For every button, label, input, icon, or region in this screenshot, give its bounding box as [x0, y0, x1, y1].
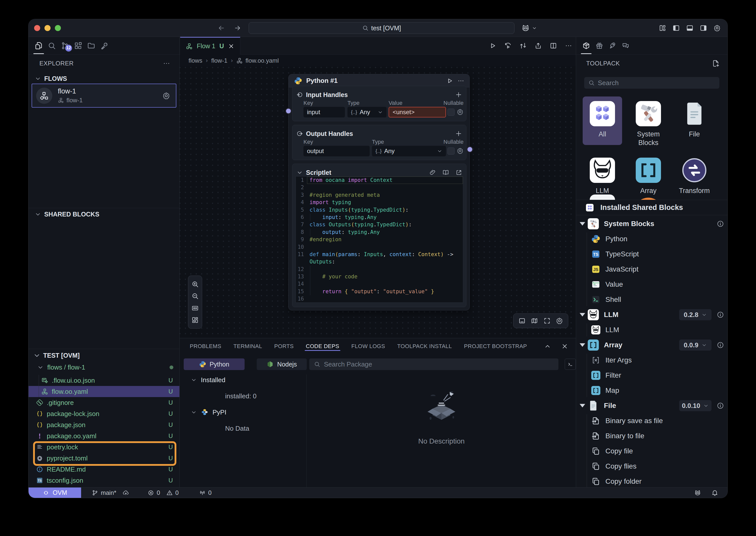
tree-file-row[interactable]: package.oo.yamlU — [28, 430, 179, 442]
add-input-button[interactable] — [455, 91, 462, 98]
panel-tab-problems[interactable]: PROBLEMS — [190, 338, 221, 354]
notifications-button[interactable] — [711, 489, 718, 496]
node-more-button[interactable] — [457, 77, 464, 84]
input-type-select[interactable]: {..} Any — [347, 107, 387, 117]
zoom-out-button[interactable] — [191, 292, 199, 300]
fit-width-button[interactable] — [191, 304, 199, 312]
panel-tab-code-deps[interactable]: CODE DEPS — [306, 338, 339, 354]
tree-folder-row[interactable]: flows / flow-1 — [28, 362, 179, 373]
activity-blocks[interactable] — [72, 37, 85, 54]
open-external-button[interactable] — [456, 169, 462, 176]
activity-files[interactable] — [32, 37, 45, 54]
tree-file-row[interactable]: .flow.ui.oo.jsonU — [28, 375, 179, 386]
version-select[interactable]: 0.2.8 — [679, 309, 711, 320]
shared-block-filter[interactable]: Filter — [576, 368, 728, 383]
rerun-button[interactable] — [504, 42, 512, 50]
close-button[interactable] — [561, 343, 568, 350]
panel-tab-ports[interactable]: PORTS — [274, 338, 293, 354]
tree-file-row[interactable]: package-lock.jsonU — [28, 408, 179, 419]
node-output-handle[interactable] — [467, 146, 473, 152]
map-button[interactable] — [531, 317, 538, 324]
open-terminal-button[interactable] — [565, 359, 576, 370]
cat-icon[interactable] — [694, 489, 701, 496]
shared-block-iter-args[interactable]: Iter Args — [576, 352, 728, 368]
block-tile-all[interactable]: All — [583, 96, 622, 145]
account-menu[interactable] — [521, 19, 537, 37]
panel-bottom-line-button[interactable] — [518, 317, 526, 324]
version-select[interactable]: 0.0.10 — [679, 400, 711, 411]
activity-key[interactable] — [98, 37, 111, 54]
layout-dashboard-button[interactable] — [191, 316, 199, 324]
layout-grid-button[interactable] — [659, 24, 666, 32]
block-tile-transform[interactable]: Transform — [675, 153, 714, 200]
add-output-button[interactable] — [455, 130, 462, 137]
split-button[interactable] — [550, 42, 557, 50]
group-info-button[interactable] — [717, 402, 724, 410]
command-center[interactable]: test [OVM] — [249, 22, 514, 34]
tree-file-row[interactable]: poetry.lockU — [28, 442, 179, 452]
back-button[interactable] — [218, 24, 225, 32]
shared-block-binary-to-file[interactable]: Binary to file — [576, 428, 728, 444]
flow-list-item[interactable]: flow-1 flow-1 — [32, 84, 176, 108]
activity-flow-graph[interactable]: 12 — [58, 37, 72, 54]
block-tile-file[interactable]: File — [675, 96, 714, 145]
tree-file-row[interactable]: pyproject.tomlU — [28, 452, 179, 464]
book-button[interactable] — [442, 169, 449, 176]
input-nullable-checkbox[interactable] — [447, 109, 455, 116]
tab-flow-1[interactable]: Flow 1 U — [180, 37, 240, 54]
panel-bottom-button[interactable] — [686, 24, 694, 32]
shared-block-binary-save-as-file[interactable]: Binary save as file — [576, 413, 728, 428]
branch-indicator[interactable]: main* — [92, 489, 116, 496]
shared-block-copy-file[interactable]: Copy file — [576, 444, 728, 459]
shared-block-shell[interactable]: Shell — [576, 292, 728, 307]
flow-canvas[interactable]: Python #1 Input Handles Key Type — [180, 66, 576, 338]
flows-section-header[interactable]: FLOWS — [35, 72, 67, 85]
tab-close-button[interactable] — [228, 43, 234, 50]
node-header[interactable]: Python #1 — [289, 74, 469, 87]
new-toolpack-button[interactable] — [712, 59, 720, 67]
shared-block-value[interactable]: Value — [576, 277, 728, 292]
block-tile-partial[interactable] — [583, 190, 622, 200]
panel-tab-project-bootstrap[interactable]: PROJECT BOOTSTRAP — [464, 338, 527, 354]
forward-button[interactable] — [234, 24, 241, 32]
toolpack-search-input[interactable]: Search — [584, 77, 719, 89]
fullscreen-button[interactable] — [543, 317, 551, 324]
problems-indicator[interactable]: 0 0 — [148, 489, 179, 496]
toolpack-tab-gift[interactable] — [593, 37, 606, 54]
activity-search[interactable] — [45, 37, 58, 54]
installed-section-header[interactable]: Installed — [180, 374, 306, 385]
project-section-header[interactable]: TEST [OVM] — [28, 349, 179, 362]
tree-file-row[interactable]: flow.oo.yamlU — [28, 386, 179, 397]
sync-button[interactable] — [122, 489, 129, 496]
remote-indicator[interactable]: OVM — [28, 487, 81, 498]
toolpack-tab-rocket[interactable] — [606, 37, 619, 54]
minimize-window-button[interactable] — [45, 25, 51, 31]
output-settings-button[interactable] — [457, 147, 464, 154]
explorer-more-button[interactable] — [163, 60, 170, 67]
version-select[interactable]: 0.0.9 — [679, 340, 711, 351]
panel-tab-toolpack-install[interactable]: TOOLPACK INSTALL — [397, 338, 452, 354]
shared-group-file[interactable]: File0.0.10 — [576, 398, 728, 413]
shared-group-system-blocks[interactable]: System Blocks — [576, 216, 728, 231]
panel-tab-terminal[interactable]: TERMINAL — [233, 338, 262, 354]
shared-group-array[interactable]: Array0.0.9 — [576, 337, 728, 352]
panel-tab-flow-logs[interactable]: FLOW LOGS — [352, 338, 385, 354]
tree-file-row[interactable]: TStsconfig.jsonU — [28, 475, 179, 486]
output-type-select[interactable]: {..} Any — [372, 146, 446, 156]
panel-left-button[interactable] — [672, 24, 680, 32]
pypi-section-header[interactable]: PyPI — [180, 407, 306, 418]
input-value-field[interactable]: <unset> — [389, 107, 446, 117]
group-info-button[interactable] — [717, 220, 724, 228]
more-button[interactable] — [565, 42, 572, 50]
input-key-field[interactable]: input — [303, 107, 345, 117]
shared-block-python[interactable]: Python — [576, 231, 728, 247]
runtime-nodejs-button[interactable]: Nodejs — [257, 358, 307, 370]
shared-group-llm[interactable]: LLM0.2.8 — [576, 307, 728, 322]
breadcrumb-item[interactable]: flow.oo.yaml — [236, 57, 279, 64]
shared-block-map[interactable]: Map — [576, 383, 728, 398]
toolpack-tab-package-cube[interactable] — [580, 37, 593, 54]
shared-block-javascript[interactable]: JSJavaScript — [576, 262, 728, 277]
shared-blocks-section-header[interactable]: SHARED BLOCKS — [35, 208, 99, 220]
panel-right-button[interactable] — [700, 24, 707, 32]
settings-gear-button[interactable] — [556, 317, 563, 324]
